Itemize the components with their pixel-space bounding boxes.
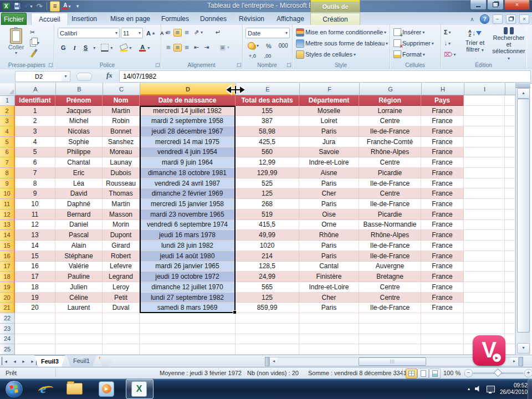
cell[interactable]: Thomas bbox=[103, 188, 140, 199]
page-layout-view-button[interactable] bbox=[417, 369, 429, 378]
cell[interactable] bbox=[505, 272, 515, 282]
cell[interactable]: dimanche 12 juillet 1970 bbox=[140, 282, 236, 293]
bold-button[interactable]: G bbox=[59, 43, 68, 52]
cell[interactable]: Rhône-Alpes bbox=[359, 147, 421, 158]
table-header-cell[interactable]: Identifiant bbox=[15, 95, 55, 106]
cell[interactable] bbox=[505, 313, 515, 324]
cell[interactable]: Stéphane bbox=[55, 251, 103, 262]
cell[interactable]: 12,99 bbox=[236, 157, 299, 168]
cell[interactable] bbox=[359, 334, 421, 345]
cell[interactable] bbox=[464, 220, 505, 231]
cell[interactable] bbox=[421, 313, 464, 324]
cell[interactable] bbox=[236, 313, 299, 324]
cell[interactable]: 859,99 bbox=[236, 303, 299, 313]
tab-creation[interactable]: Création bbox=[310, 13, 360, 25]
cell[interactable]: Sophie bbox=[55, 137, 103, 147]
cell[interactable]: 565 bbox=[236, 282, 299, 293]
vertical-scroll-thumb[interactable] bbox=[517, 99, 530, 332]
cell[interactable]: Auvergne bbox=[359, 262, 421, 272]
select-all-corner[interactable] bbox=[0, 83, 16, 96]
cell[interactable]: jeudi 28 décembre 1967 bbox=[140, 126, 236, 137]
row-header-25[interactable]: 25 bbox=[0, 344, 15, 355]
table-header-cell[interactable]: Nom bbox=[103, 95, 140, 106]
scroll-right-button[interactable]: ▸ bbox=[510, 357, 518, 365]
cell[interactable]: France bbox=[421, 303, 464, 313]
cell[interactable] bbox=[505, 230, 515, 241]
fill-button[interactable]: ↓▾ bbox=[443, 38, 452, 48]
cell[interactable]: Lorraine bbox=[359, 106, 421, 116]
cell[interactable]: Ile-de-France bbox=[359, 303, 421, 313]
cell[interactable]: 6 bbox=[15, 157, 55, 168]
cell[interactable]: 3 bbox=[15, 126, 55, 137]
cell[interactable]: Julien bbox=[55, 282, 103, 293]
cell[interactable] bbox=[464, 282, 505, 293]
cell[interactable]: France bbox=[421, 230, 464, 241]
row-header-2[interactable]: 2 bbox=[0, 106, 15, 116]
format-cells-button[interactable]: Format▾ bbox=[392, 49, 426, 59]
cell[interactable]: 20 bbox=[15, 303, 55, 313]
column-header-H[interactable]: H bbox=[422, 83, 464, 95]
cell[interactable]: Basse-Normandie bbox=[359, 220, 421, 231]
format-painter-button[interactable] bbox=[29, 48, 40, 58]
cell[interactable] bbox=[421, 334, 464, 345]
cell[interactable] bbox=[359, 344, 421, 355]
cell[interactable] bbox=[464, 95, 505, 106]
cell[interactable]: 129,99 bbox=[236, 168, 299, 178]
cell[interactable]: 9 bbox=[15, 188, 55, 199]
cell[interactable] bbox=[140, 344, 236, 355]
cell[interactable] bbox=[505, 282, 515, 293]
cell[interactable]: 1020 bbox=[236, 241, 299, 251]
minimize-doc-button[interactable]: − bbox=[493, 14, 503, 24]
cut-button[interactable]: ✂ bbox=[29, 27, 40, 37]
cell[interactable]: 560 bbox=[236, 147, 299, 158]
cell[interactable] bbox=[505, 137, 515, 147]
cell[interactable]: Bonnet bbox=[103, 126, 140, 137]
cell[interactable] bbox=[464, 116, 505, 126]
cell[interactable] bbox=[464, 293, 505, 303]
cell[interactable] bbox=[15, 334, 55, 345]
cell[interactable] bbox=[236, 334, 299, 345]
zoom-in-button[interactable]: + bbox=[524, 369, 532, 377]
scroll-up-button[interactable]: ▴ bbox=[517, 88, 530, 99]
sheet-tab-feuil3[interactable]: Feuil3 bbox=[34, 355, 65, 367]
cell[interactable]: Paris bbox=[299, 251, 359, 262]
cell[interactable]: Michel bbox=[55, 116, 103, 126]
grow-font-button[interactable]: A▴ bbox=[144, 29, 157, 38]
font-color-button2[interactable]: A▾ bbox=[137, 43, 152, 53]
cell[interactable]: 49,99 bbox=[236, 230, 299, 241]
cell[interactable] bbox=[505, 188, 515, 199]
cell[interactable]: France bbox=[421, 220, 464, 231]
cell[interactable]: Dupont bbox=[103, 230, 140, 241]
insert-sheet-button[interactable] bbox=[99, 357, 113, 366]
cell[interactable] bbox=[505, 251, 515, 262]
cell[interactable] bbox=[55, 334, 103, 345]
row-header-16[interactable]: 16 bbox=[0, 251, 15, 262]
cell[interactable]: Paris bbox=[299, 178, 359, 189]
cell[interactable]: France bbox=[421, 116, 464, 126]
cell[interactable]: Ile-de-France bbox=[359, 241, 421, 251]
column-header-D[interactable]: D bbox=[140, 83, 236, 95]
cell[interactable]: 519 bbox=[236, 209, 299, 220]
accounting-format-button[interactable]: ▾ bbox=[245, 41, 261, 50]
cell[interactable]: France bbox=[421, 282, 464, 293]
cell[interactable]: France bbox=[421, 126, 464, 137]
align-top-button[interactable]: ≡ bbox=[164, 29, 173, 37]
cell[interactable] bbox=[103, 313, 140, 324]
row-header-23[interactable]: 23 bbox=[0, 324, 15, 334]
cell[interactable]: Savoie bbox=[299, 147, 359, 158]
row-header-8[interactable]: 8 bbox=[0, 168, 15, 178]
tab-accueil[interactable]: Accueil bbox=[31, 13, 68, 25]
cell[interactable]: Paris bbox=[299, 199, 359, 209]
cell[interactable]: Loiret bbox=[299, 116, 359, 126]
cell[interactable]: France bbox=[421, 168, 464, 178]
cell[interactable] bbox=[464, 126, 505, 137]
cell[interactable]: vendredi 4 juin 1954 bbox=[140, 147, 236, 158]
cell[interactable] bbox=[505, 106, 515, 116]
cell[interactable]: 7 bbox=[15, 168, 55, 178]
show-desktop-button[interactable] bbox=[528, 378, 532, 399]
cell[interactable]: Ile-de-France bbox=[359, 251, 421, 262]
row-header-9[interactable]: 9 bbox=[0, 178, 15, 189]
start-button[interactable] bbox=[5, 380, 23, 398]
restore-doc-button[interactable] bbox=[506, 14, 516, 24]
cell[interactable]: 125 bbox=[236, 188, 299, 199]
